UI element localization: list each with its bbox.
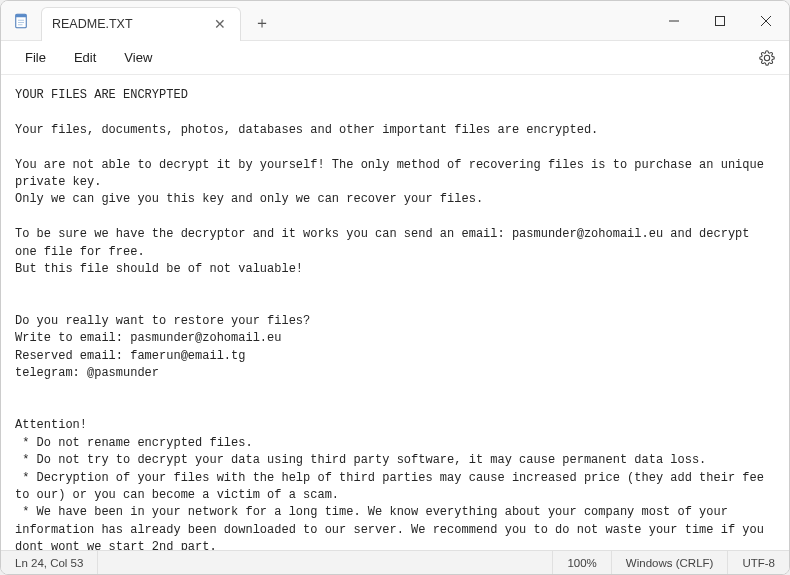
text-line: YOUR FILES ARE ENCRYPTED [15,88,188,102]
svg-rect-6 [716,16,725,25]
text-line: Your files, documents, photos, databases… [15,123,598,137]
maximize-button[interactable] [697,1,743,40]
text-line: * We have been in your network for a lon… [15,505,771,550]
new-tab-button[interactable]: ＋ [245,7,279,41]
close-window-button[interactable] [743,1,789,40]
tab-readme[interactable]: README.TXT ✕ [41,7,241,41]
close-icon [761,16,771,26]
status-spacer [98,551,553,574]
minimize-icon [669,16,679,26]
menubar: File Edit View [1,41,789,75]
text-line: But this file should be of not valuable! [15,262,303,276]
tab-title: README.TXT [52,17,133,31]
text-line: telegram: @pasmunder [15,366,159,380]
notepad-icon [12,12,30,30]
minimize-button[interactable] [651,1,697,40]
close-tab-icon[interactable]: ✕ [210,14,230,34]
text-editor[interactable]: YOUR FILES ARE ENCRYPTED Your files, doc… [1,75,789,550]
statusbar: Ln 24, Col 53 100% Windows (CRLF) UTF-8 [1,550,789,574]
window-controls [651,1,789,40]
menu-file[interactable]: File [11,46,60,69]
text-line: * Do not rename encrypted files. [15,436,253,450]
settings-button[interactable] [755,46,779,70]
status-position[interactable]: Ln 24, Col 53 [1,551,98,574]
app-icon [1,12,41,30]
notepad-window: README.TXT ✕ ＋ File Edit View YOUR FILE [0,0,790,575]
text-line: Reserved email: famerun@email.tg [15,349,245,363]
text-line: Only we can give you this key and only w… [15,192,483,206]
gear-icon [759,50,775,66]
svg-rect-1 [16,14,27,17]
menu-edit[interactable]: Edit [60,46,110,69]
maximize-icon [715,16,725,26]
menu-view[interactable]: View [110,46,166,69]
status-encoding[interactable]: UTF-8 [728,551,789,574]
text-line: * Do not try to decrypt your data using … [15,453,706,467]
titlebar: README.TXT ✕ ＋ [1,1,789,41]
text-line: You are not able to decrypt it by yourse… [15,158,771,189]
text-line: * Decryption of your files with the help… [15,471,771,502]
text-line: Write to email: pasmunder@zohomail.eu [15,331,281,345]
text-line: Do you really want to restore your files… [15,314,310,328]
status-zoom[interactable]: 100% [553,551,611,574]
text-line: To be sure we have the decryptor and it … [15,227,757,258]
text-line: Attention! [15,418,87,432]
status-line-ending[interactable]: Windows (CRLF) [612,551,729,574]
